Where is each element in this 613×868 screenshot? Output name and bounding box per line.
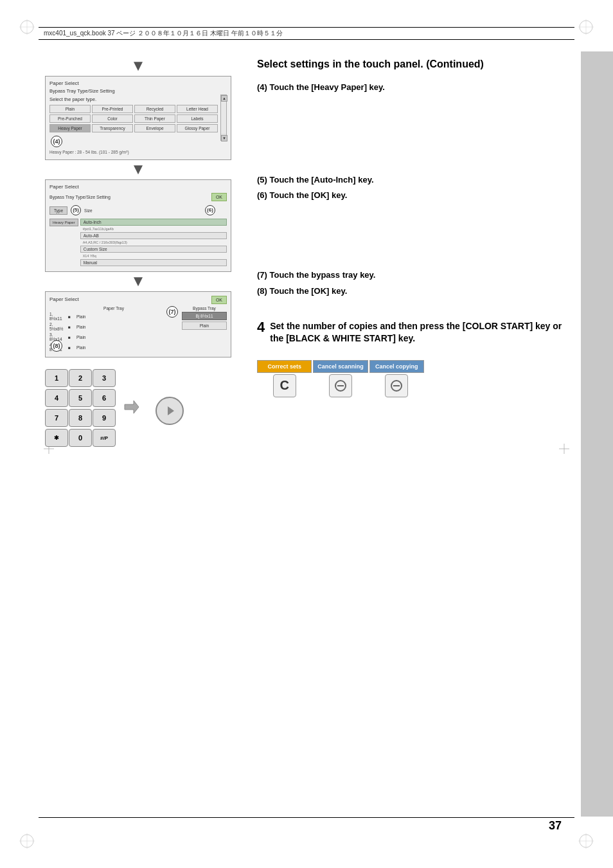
screen2-mockup: Paper Select Bypass Tray Type/Size Setti… (45, 179, 231, 272)
manual-btn[interactable]: Manual (80, 259, 227, 266)
custom-size-btn[interactable]: Custom Size (80, 246, 227, 253)
main-content: Paper Select Bypass Tray Type/Size Setti… (39, 51, 574, 817)
action-labels-row: Correct sets Cancel scanning Cancel copy… (257, 360, 424, 373)
reg-mark-br (578, 833, 594, 849)
scroll-track (221, 102, 226, 134)
labels-btn[interactable]: Labels (177, 114, 218, 123)
scrollbar1[interactable]: ▲ ▼ (220, 95, 227, 141)
step4-number: 4 (257, 320, 265, 334)
paper-type-grid: Plain Pre-Printed Recycled Letter Head P… (49, 105, 227, 132)
file-info: mxc401_us_qck.book 37 ページ ２００８年１０月１６日 木曜… (44, 29, 283, 38)
bypass-plain-btn[interactable]: Plain (182, 321, 227, 330)
reg-mark-tr (578, 19, 594, 35)
plain-btn[interactable]: Plain (49, 105, 91, 113)
reg-mark-tl (19, 19, 35, 35)
step5-instruction: (5) Touch the [Auto-Inch] key. (257, 174, 574, 186)
letter-head-btn[interactable]: Letter Head (177, 105, 218, 113)
key-4[interactable]: 4 (45, 389, 68, 407)
svg-marker-17 (134, 165, 143, 174)
screen2-ok-btn[interactable]: OK (211, 193, 227, 201)
screen2-title: Paper Select (49, 184, 79, 190)
numpad-grid: 1 2 3 4 5 6 7 8 9 ✱ 0 #/P (45, 369, 114, 447)
custom-size-val: X14 Y8q (80, 254, 227, 258)
step6-instruction: (6) Touch the [OK] key. (257, 190, 574, 201)
heavy-paper-row: Heavy Paper Auto-Inch #pct1,7ax11b,lga4b… (49, 219, 227, 266)
step7-instruction: (7) Touch the bypass tray key. (257, 269, 574, 281)
screen3-header: Paper Select OK (49, 296, 227, 304)
key-9[interactable]: 9 (93, 409, 116, 427)
cancel-scanning-btn[interactable]: Cancel scanning (313, 360, 368, 373)
thin-paper-btn[interactable]: Thin Paper (134, 114, 175, 123)
step8-instruction: (8) Touch the [OK] key. (257, 285, 574, 297)
recycled-btn[interactable]: Recycled (134, 105, 175, 113)
tray2-row: 2. 5½x8½ ■ Plain (49, 322, 178, 331)
tray4-row: 4. 8½x11 ■ Plain (49, 343, 178, 352)
arrow-right (122, 398, 140, 419)
cancel-scan-icon[interactable] (329, 374, 352, 397)
spacer1 (257, 97, 574, 174)
size-options: Auto-Inch #pct1,7ax11b,lga4b Auto-AB A4,… (80, 219, 227, 266)
page-number: 37 (549, 819, 562, 833)
key-2[interactable]: 2 (69, 369, 92, 387)
tray1-row: 1. 8½x11 ■ Plain (49, 312, 178, 321)
key-3[interactable]: 3 (93, 369, 116, 387)
correct-sets-btn[interactable]: Correct sets (257, 360, 312, 373)
start-btn[interactable] (155, 397, 184, 425)
pre-printed-btn[interactable]: Pre-Printed (92, 105, 133, 113)
auto-inch-btn[interactable]: Auto-Inch (80, 219, 227, 226)
step4-area: (4) (49, 134, 227, 149)
screen2-header: Paper Select (49, 184, 227, 192)
scroll-down-btn[interactable]: ▼ (221, 135, 227, 141)
envelope-btn[interactable]: Envelope (134, 124, 175, 132)
correct-icon-cell: C (257, 374, 312, 397)
right-sidebar (581, 51, 613, 817)
auto-inch-sizes: #pct1,7ax11b,lga4b (80, 227, 227, 231)
screen3-title: Paper Select (49, 296, 79, 302)
step-seven-badge: (7) (166, 306, 178, 318)
action-icons-row: C (257, 374, 424, 397)
cancel-copying-btn[interactable]: Cancel copying (369, 360, 424, 373)
screen1-subtitle: Bypass Tray Type/Size Setting (49, 88, 227, 94)
cancel-copy-icon-cell (369, 374, 424, 397)
screen1-title: Paper Select (49, 80, 227, 86)
auto-ab-btn[interactable]: Auto-AB (80, 232, 227, 239)
key-0[interactable]: 0 (69, 429, 92, 447)
tray3-row: 3. 8½x14 ■ Plain (49, 332, 178, 341)
key-6[interactable]: 6 (93, 389, 116, 407)
key-star[interactable]: ✱ (45, 429, 68, 447)
paper-tray-col: Paper Tray 1. 8½x11 ■ Plain 2. 5½x8½ ■ P… (49, 306, 178, 353)
screen2-subheader: Bypass Tray Type/Size Setting OK (49, 193, 227, 201)
heavy-paper-btn[interactable]: Heavy Paper (49, 124, 91, 132)
pre-punched-btn[interactable]: Pre-Punched (49, 114, 91, 123)
arrow-2 (39, 164, 238, 177)
key-hash[interactable]: #/P (93, 429, 116, 447)
cancel-copy-icon[interactable] (385, 374, 408, 397)
key-1[interactable]: 1 (45, 369, 68, 387)
step8-badge-area: (7) (165, 305, 179, 319)
color-btn[interactable]: Color (92, 114, 133, 123)
arrow-3 (39, 276, 238, 289)
numpad-area: 1 2 3 4 5 6 7 8 9 ✱ 0 #/P (45, 369, 238, 447)
paper-tray-label: Paper Tray (49, 306, 178, 311)
correct-icon[interactable]: C (273, 374, 296, 397)
bypass-tray-col: Bypass Tray Bj 8½x11 Plain (182, 306, 227, 353)
transparency-btn[interactable]: Transparency (92, 124, 133, 132)
arrow-1 (39, 60, 238, 73)
step7-badge-area: (8) (49, 339, 64, 353)
bypass-tray-selected[interactable]: Bj 8½x11 (182, 312, 227, 320)
scroll-up-btn[interactable]: ▲ (221, 95, 227, 102)
glossy-paper-btn[interactable]: Glossy Paper (177, 124, 218, 132)
screen2-subtitle: Bypass Tray Type/Size Setting (49, 195, 111, 199)
screen3-ok-btn[interactable]: OK (211, 296, 227, 304)
svg-marker-20 (168, 406, 174, 415)
screen1-instruction: Select the paper type. (49, 96, 227, 102)
key-7[interactable]: 7 (45, 409, 68, 427)
key-5[interactable]: 5 (69, 389, 92, 407)
action-buttons-area: Correct sets Cancel scanning Cancel copy… (257, 355, 424, 397)
auto-ab-sizes: A4,A3,RC / 216x303(8qp13) (80, 240, 227, 244)
key-8[interactable]: 8 (69, 409, 92, 427)
screen1-mockup: Paper Select Bypass Tray Type/Size Setti… (45, 76, 231, 160)
step4-badge: (4) (51, 136, 62, 147)
screen3-mockup: Paper Select OK Paper Tray 1. 8½x11 ■ Pl… (45, 291, 231, 357)
bypass-tray-label: Bypass Tray (182, 306, 227, 311)
